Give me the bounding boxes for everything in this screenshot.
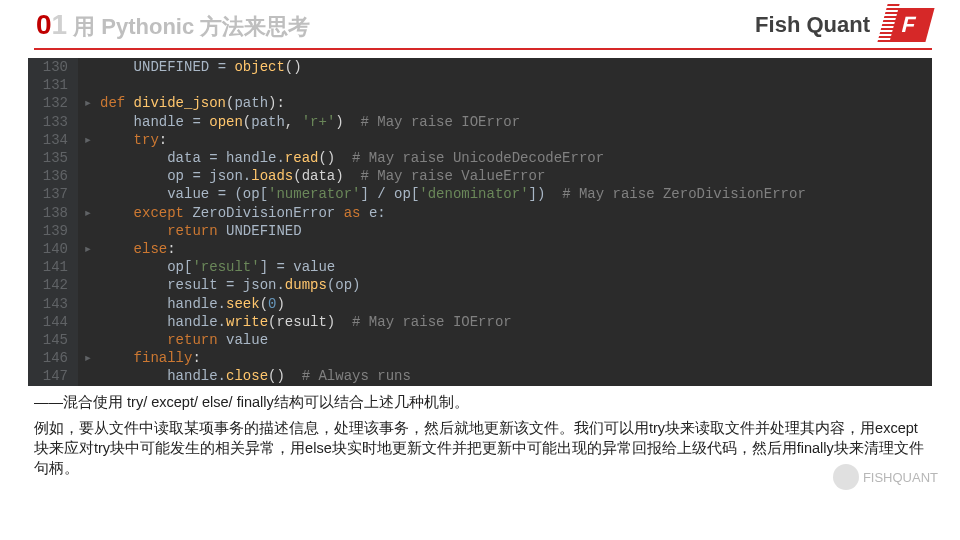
fold-gutter: ▸ — [78, 204, 98, 222]
code-line: 147 handle.close() # Always runs — [28, 367, 932, 385]
code-line: 130 UNDEFINED = object() — [28, 58, 932, 76]
code-line: 132▸def divide_json(path): — [28, 94, 932, 112]
line-number: 132 — [28, 94, 78, 112]
code-content: else: — [98, 240, 176, 258]
line-number: 147 — [28, 367, 78, 385]
line-number: 136 — [28, 167, 78, 185]
fold-gutter — [78, 222, 98, 240]
code-content: except ZeroDivisionError as e: — [98, 204, 386, 222]
fold-gutter — [78, 185, 98, 203]
fold-gutter — [78, 313, 98, 331]
code-line: 139 return UNDEFINED — [28, 222, 932, 240]
code-editor: 130 UNDEFINED = object()131 132▸def divi… — [28, 58, 932, 386]
code-content: UNDEFINED = object() — [98, 58, 302, 76]
fold-gutter — [78, 149, 98, 167]
code-line: 140▸ else: — [28, 240, 932, 258]
code-content: handle.close() # Always runs — [98, 367, 411, 385]
fold-gutter — [78, 331, 98, 349]
code-content: op['result'] = value — [98, 258, 335, 276]
code-content: result = json.dumps(op) — [98, 276, 360, 294]
code-content: op = json.loads(data) # May raise ValueE… — [98, 167, 545, 185]
code-line: 133 handle = open(path, 'r+') # May rais… — [28, 113, 932, 131]
code-content: return value — [98, 331, 268, 349]
wechat-icon — [833, 464, 859, 490]
line-number: 138 — [28, 204, 78, 222]
code-content: def divide_json(path): — [98, 94, 285, 112]
code-line: 141 op['result'] = value — [28, 258, 932, 276]
code-line: 145 return value — [28, 331, 932, 349]
code-content: value = (op['numerator'] / op['denominat… — [98, 185, 806, 203]
code-content: handle.seek(0) — [98, 295, 285, 313]
fold-gutter — [78, 58, 98, 76]
fold-gutter — [78, 367, 98, 385]
brand-logo: F — [883, 8, 934, 42]
line-number: 143 — [28, 295, 78, 313]
watermark: FISHQUANT — [833, 464, 938, 490]
code-content: data = handle.read() # May raise Unicode… — [98, 149, 604, 167]
code-content: finally: — [98, 349, 201, 367]
explanation-paragraph-2: 例如，要从文件中读取某项事务的描述信息，处理该事务，然后就地更新该文件。我们可以… — [34, 418, 930, 478]
fold-gutter — [78, 167, 98, 185]
code-line: 142 result = json.dumps(op) — [28, 276, 932, 294]
fold-gutter — [78, 276, 98, 294]
code-content — [98, 76, 100, 94]
line-number: 131 — [28, 76, 78, 94]
code-content: try: — [98, 131, 167, 149]
fold-gutter — [78, 113, 98, 131]
line-number: 146 — [28, 349, 78, 367]
line-number: 139 — [28, 222, 78, 240]
fold-gutter — [78, 258, 98, 276]
code-content: handle.write(result) # May raise IOError — [98, 313, 512, 331]
watermark-text: FISHQUANT — [863, 470, 938, 485]
slide-header: 01 用 Pythonic 方法来思考 Fish Quant F — [0, 0, 960, 48]
code-line: 131 — [28, 76, 932, 94]
explanation-paragraph-1: ——混合使用 try/ except/ else/ finally结构可以结合上… — [34, 392, 930, 412]
line-number: 140 — [28, 240, 78, 258]
line-number: 145 — [28, 331, 78, 349]
fold-gutter: ▸ — [78, 131, 98, 149]
fold-gutter — [78, 76, 98, 94]
fold-gutter — [78, 295, 98, 313]
code-line: 143 handle.seek(0) — [28, 295, 932, 313]
line-number: 133 — [28, 113, 78, 131]
code-line: 134▸ try: — [28, 131, 932, 149]
code-line: 146▸ finally: — [28, 349, 932, 367]
code-line: 135 data = handle.read() # May raise Uni… — [28, 149, 932, 167]
chapter-title: 用 Pythonic 方法来思考 — [73, 12, 310, 42]
code-line: 136 op = json.loads(data) # May raise Va… — [28, 167, 932, 185]
fold-gutter: ▸ — [78, 240, 98, 258]
code-line: 144 handle.write(result) # May raise IOE… — [28, 313, 932, 331]
code-content: return UNDEFINED — [98, 222, 302, 240]
code-line: 137 value = (op['numerator'] / op['denom… — [28, 185, 932, 203]
code-content: handle = open(path, 'r+') # May raise IO… — [98, 113, 520, 131]
line-number: 137 — [28, 185, 78, 203]
line-number: 144 — [28, 313, 78, 331]
chapter-number: 01 — [36, 9, 67, 41]
header-left: 01 用 Pythonic 方法来思考 — [36, 9, 310, 42]
header-right: Fish Quant F — [755, 8, 930, 42]
line-number: 134 — [28, 131, 78, 149]
line-number: 130 — [28, 58, 78, 76]
fold-gutter: ▸ — [78, 94, 98, 112]
line-number: 142 — [28, 276, 78, 294]
brand-text: Fish Quant — [755, 12, 870, 38]
line-number: 141 — [28, 258, 78, 276]
code-line: 138▸ except ZeroDivisionError as e: — [28, 204, 932, 222]
line-number: 135 — [28, 149, 78, 167]
fold-gutter: ▸ — [78, 349, 98, 367]
header-divider — [34, 48, 932, 50]
